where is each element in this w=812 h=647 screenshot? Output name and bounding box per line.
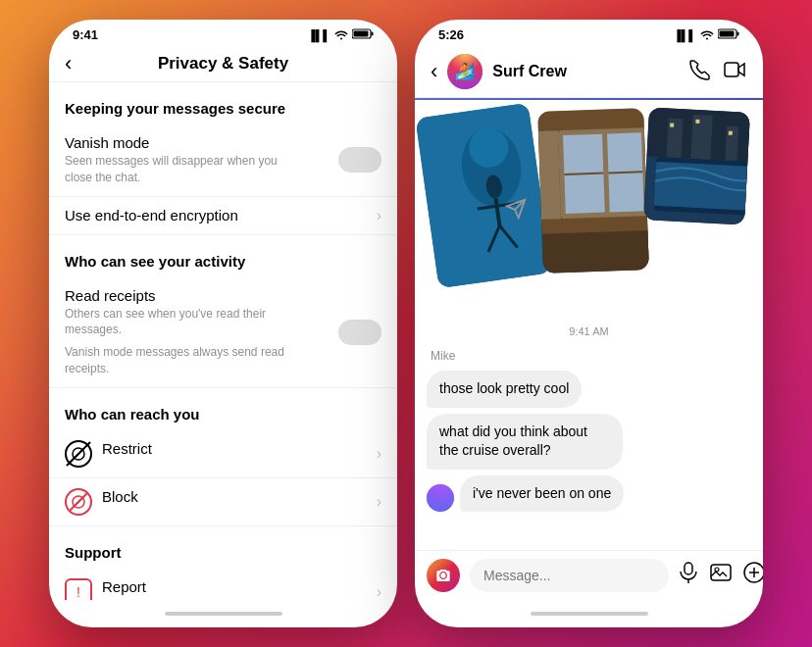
section-header-reach: Who can reach you [49, 388, 397, 430]
svg-rect-42 [685, 563, 692, 574]
block-chevron: › [377, 493, 381, 511]
plus-button[interactable] [743, 562, 763, 589]
svg-point-40 [427, 484, 454, 512]
left-phone: 9:41 ▐▌▌ ‹ Privacy & Safety Keeping your… [49, 20, 397, 627]
signal-icon-right: ▐▌▌ [674, 29, 696, 41]
input-actions [679, 562, 763, 589]
restrict-text: Restrict [102, 440, 152, 457]
svg-rect-34 [666, 118, 683, 158]
wifi-icon-right [700, 28, 714, 42]
wifi-icon [334, 28, 348, 42]
setting-item-block[interactable]: Block › [49, 478, 397, 526]
report-left: ! Report [65, 578, 146, 600]
home-indicator-left [165, 612, 282, 616]
message-avatar [427, 484, 454, 512]
media-image-mid [537, 108, 648, 274]
svg-point-41 [440, 572, 445, 577]
svg-rect-44 [711, 565, 731, 580]
media-image-back [415, 103, 551, 288]
vanish-mode-toggle[interactable] [338, 147, 381, 173]
message-timestamp: 9:41 AM [427, 325, 751, 337]
message-input[interactable] [470, 559, 669, 592]
svg-rect-35 [690, 115, 712, 160]
svg-rect-12 [725, 63, 738, 76]
read-receipts-title: Read receipts [65, 287, 300, 304]
chat-messages: 9:41 AM Mike those look pretty cool what… [415, 100, 763, 550]
report-text: Report [102, 578, 146, 595]
read-receipts-left: Read receipts Others can see when you've… [65, 287, 300, 377]
home-bar-right [415, 600, 763, 627]
image-button[interactable] [710, 563, 732, 588]
restrict-left: Restrict [65, 440, 152, 468]
vanish-mode-left: Vanish mode Seen messages will disappear… [65, 134, 300, 186]
svg-line-4 [74, 449, 83, 459]
status-bar-left: 9:41 ▐▌▌ [49, 20, 397, 46]
svg-rect-8 [720, 31, 735, 37]
chat-title: Surf Crew [492, 63, 679, 80]
video-button[interactable] [724, 59, 747, 85]
svg-rect-28 [538, 130, 561, 220]
home-indicator-right [531, 612, 648, 616]
status-icons-left: ▐▌▌ [308, 28, 374, 42]
block-icon [65, 488, 92, 516]
nav-bar-left: ‹ Privacy & Safety [49, 46, 397, 82]
block-left: Block [65, 488, 138, 516]
read-receipts-toggle[interactable] [338, 320, 381, 345]
sender-name: Mike [431, 349, 751, 363]
message-bubble-3: i've never been on one [460, 475, 624, 513]
e2e-title: Use end-to-end encryption [65, 207, 238, 224]
section-header-activity: Who can see your activity [49, 235, 397, 277]
setting-item-read-receipts[interactable]: Read receipts Others can see when you've… [49, 277, 397, 388]
setting-item-report[interactable]: ! Report › [49, 569, 397, 600]
svg-line-26 [608, 172, 642, 173]
message-bubble-2: what did you think about the cruise over… [427, 414, 623, 470]
block-text: Block [102, 488, 138, 505]
svg-rect-27 [541, 229, 648, 274]
chat-nav: ‹ 🏄 Surf Crew [415, 46, 763, 98]
e2e-left: Use end-to-end encryption [65, 207, 238, 224]
back-button-right[interactable]: ‹ [431, 59, 437, 84]
media-stack [427, 110, 747, 306]
svg-rect-1 [354, 31, 369, 37]
read-receipts-note: Vanish mode messages always send read re… [65, 344, 300, 377]
read-receipts-subtitle: Others can see when you've read their me… [65, 306, 300, 339]
status-bar-right: 5:26 ▐▌▌ [415, 20, 763, 46]
settings-content: Keeping your messages secure Vanish mode… [49, 82, 397, 600]
camera-button[interactable] [427, 559, 460, 592]
block-title: Block [102, 488, 138, 505]
setting-item-e2e[interactable]: Use end-to-end encryption › [49, 197, 397, 235]
svg-point-45 [715, 568, 719, 572]
mic-button[interactable] [679, 562, 698, 589]
message-bubble-1: those look pretty cool [427, 371, 582, 408]
e2e-text: Use end-to-end encryption [65, 207, 238, 224]
send-icon [505, 198, 527, 224]
battery-icon-right [718, 28, 739, 41]
section-header-messages: Keeping your messages secure [49, 82, 397, 124]
group-avatar: 🏄 [447, 54, 482, 89]
right-phone: 5:26 ▐▌▌ ‹ 🏄 Surf Crew [415, 20, 763, 627]
svg-point-3 [73, 448, 84, 460]
restrict-title: Restrict [102, 440, 152, 457]
report-title: Report [102, 578, 146, 595]
chat-input-bar [415, 550, 763, 600]
message-row-3: i've never been on one [427, 475, 751, 513]
time-left: 9:41 [73, 27, 98, 42]
setting-item-vanish[interactable]: Vanish mode Seen messages will disappear… [49, 124, 397, 197]
call-button[interactable] [688, 59, 710, 85]
battery-icon [352, 28, 374, 41]
section-header-support: Support [49, 526, 397, 569]
signal-icon: ▐▌▌ [308, 29, 330, 41]
setting-item-restrict[interactable]: Restrict › [49, 430, 397, 478]
back-button-left[interactable]: ‹ [65, 51, 72, 76]
svg-rect-2 [372, 32, 374, 36]
svg-line-25 [564, 174, 603, 174]
report-icon: ! [65, 578, 92, 600]
e2e-chevron: › [377, 207, 381, 224]
vanish-mode-subtitle: Seen messages will disappear when you cl… [65, 153, 300, 186]
report-chevron: › [377, 583, 381, 600]
status-icons-right: ▐▌▌ [674, 28, 739, 42]
vanish-mode-text: Vanish mode Seen messages will disappear… [65, 134, 300, 186]
svg-rect-9 [737, 32, 739, 36]
time-right: 5:26 [438, 27, 464, 42]
read-receipts-text: Read receipts Others can see when you've… [65, 287, 300, 377]
